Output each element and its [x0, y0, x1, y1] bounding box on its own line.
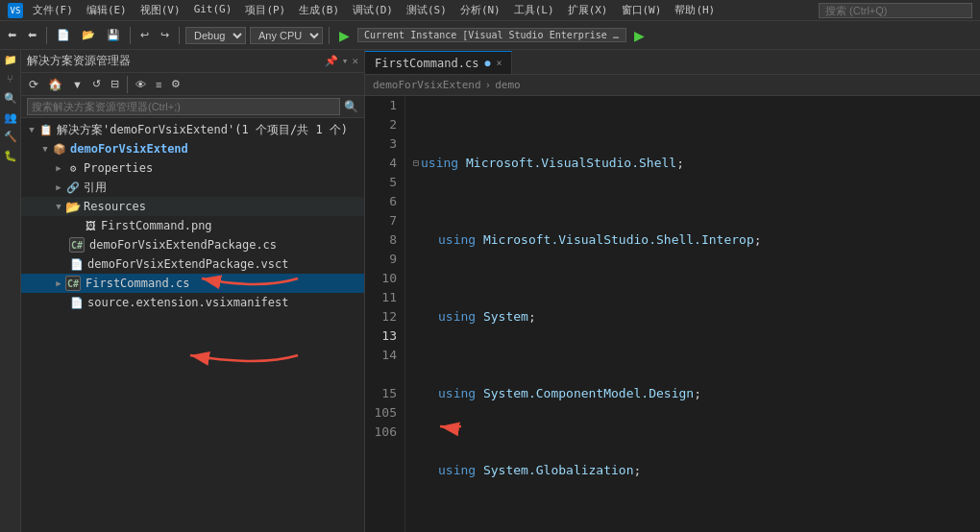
editor-breadcrumb: demoForVsixExtend › demo — [365, 75, 980, 96]
resources-node[interactable]: ▼ 📂 Resources — [21, 197, 364, 216]
line-numbers: 1 2 3 4 5 6 7 8 9 10 11 12 13 14 · 15 10… — [365, 96, 405, 532]
build-icon[interactable]: 🔨 — [2, 131, 19, 148]
references-arrow: ▶ — [52, 182, 65, 192]
properties-icon: ⚙ — [65, 160, 81, 176]
line-num-7: 7 — [369, 211, 397, 230]
menu-window[interactable]: 窗口(W) — [616, 1, 668, 19]
line-num-6: 6 — [369, 192, 397, 211]
tab-icon: ● — [484, 58, 490, 68]
project-arrow: ▼ — [38, 144, 52, 154]
line-num-8: 8 — [369, 230, 397, 250]
solution-root-node[interactable]: ▼ 📋 解决方案'demoForVsixExtend'(1 个项目/共 1 个) — [21, 120, 364, 139]
line-num-12: 12 — [369, 307, 397, 326]
menu-debug[interactable]: 调试(D) — [347, 1, 399, 19]
run-btn[interactable]: ▶ — [335, 26, 354, 45]
tab-firstcommand-label: FirstCommand.cs — [375, 57, 478, 70]
menu-project[interactable]: 项目(P) — [239, 1, 291, 19]
se-close-icon[interactable]: ✕ — [352, 55, 358, 67]
menu-help[interactable]: 帮助(H) — [669, 1, 721, 19]
properties-btn[interactable]: ≡ — [152, 77, 165, 92]
refresh-btn[interactable]: ↺ — [88, 76, 105, 92]
menu-edit[interactable]: 编辑(E) — [81, 1, 133, 19]
divider4 — [329, 27, 330, 44]
line-num-2: 2 — [369, 115, 397, 134]
se-header: 解决方案资源管理器 📌 ▾ ✕ — [21, 50, 364, 73]
fold-1[interactable]: ⊟ — [413, 154, 419, 173]
debug-config-select[interactable]: Debug — [185, 27, 246, 44]
demovsx-vsct-label: demoForVsixExtendPackage.vsct — [87, 257, 289, 271]
save-btn[interactable]: 💾 — [103, 27, 124, 43]
line-num-106: 106 — [369, 423, 397, 442]
se-search-area: 🔍 — [21, 96, 364, 118]
line-num-10: 10 — [369, 269, 397, 288]
tab-close-btn[interactable]: × — [496, 58, 502, 68]
firstcommand-arrow: ▶ — [52, 278, 65, 288]
settings-btn[interactable]: ⚙ — [167, 76, 184, 92]
collapse-btn[interactable]: ⊟ — [107, 76, 123, 92]
title-bar: VS 文件(F) 编辑(E) 视图(V) Git(G) 项目(P) 生成(B) … — [0, 0, 980, 21]
divider1 — [46, 27, 47, 44]
menu-file[interactable]: 文件(F) — [27, 1, 79, 19]
side-icons: 📁 ⑂ 🔍 👥 🔨 🐛 — [0, 50, 21, 532]
line-num-11: 11 — [369, 288, 397, 307]
open-btn[interactable]: 📂 — [78, 27, 99, 43]
line-num-14: 14 — [369, 346, 397, 365]
resources-arrow: ▼ — [52, 202, 65, 211]
references-node[interactable]: ▶ 🔗 引用 — [21, 178, 364, 197]
git-icon[interactable]: ⑂ — [2, 73, 19, 90]
menu-tools[interactable]: 工具(L) — [508, 1, 560, 19]
line-num-9: 9 — [369, 250, 397, 269]
home-btn[interactable]: 🏠 — [44, 76, 66, 93]
solution-icon: 📋 — [38, 122, 54, 137]
vsixmanifest-label: source.extension.vsixmanifest — [87, 296, 289, 309]
run-instance-btn[interactable]: ▶ — [630, 26, 649, 45]
properties-node[interactable]: ▶ ⚙ Properties — [21, 158, 364, 178]
line-num-4: 4 — [369, 154, 397, 173]
se-search-magnifier: 🔍 — [344, 100, 358, 113]
menu-test[interactable]: 测试(S) — [401, 1, 453, 19]
new-file-btn[interactable]: 📄 — [53, 27, 74, 43]
sync-btn[interactable]: ⟳ — [25, 76, 42, 93]
show-files-btn[interactable]: 👁 — [132, 77, 150, 92]
vsixmanifest-node[interactable]: 📄 source.extension.vsixmanifest — [21, 293, 364, 312]
filter-btn[interactable]: ▼ — [68, 77, 86, 92]
menu-build[interactable]: 生成(B) — [293, 1, 345, 19]
code-content[interactable]: ⊟using Microsoft.VisualStudio.Shell; usi… — [405, 96, 980, 532]
png-icon: 🖼 — [83, 218, 98, 233]
forward-btn[interactable]: ⬅ — [24, 27, 40, 43]
firstcommand-cs-node[interactable]: ▶ C# FirstCommand.cs — [21, 274, 364, 293]
pin-icon[interactable]: 📌 — [325, 55, 338, 67]
undo-btn[interactable]: ↩ — [136, 27, 153, 43]
main-area: 📁 ⑂ 🔍 👥 🔨 🐛 解决方案资源管理器 📌 ▾ ✕ ⟳ 🏠 ▼ ↺ ⊟ 👁 … — [0, 50, 980, 532]
redo-btn[interactable]: ↪ — [157, 27, 173, 43]
resources-folder-icon: 📂 — [65, 199, 81, 214]
firstcommand-png-node[interactable]: 🖼 FirstCommand.png — [21, 216, 364, 235]
vsct-icon: 📄 — [69, 256, 85, 272]
project-icon: 📦 — [52, 141, 67, 157]
menu-extensions[interactable]: 扩展(X) — [562, 1, 614, 19]
global-search-input[interactable] — [819, 3, 972, 18]
search-icon[interactable]: 🔍 — [2, 92, 19, 109]
solution-label: 解决方案'demoForVsixExtend'(1 个项目/共 1 个) — [57, 122, 348, 138]
cpu-select[interactable]: Any CPU — [250, 27, 323, 44]
code-area[interactable]: 1 2 3 4 5 6 7 8 9 10 11 12 13 14 · 15 10… — [365, 96, 980, 532]
csharp-firstcmd-icon: C# — [65, 276, 81, 291]
se-search-input[interactable] — [27, 98, 340, 115]
solution-explorer-icon[interactable]: 📁 — [2, 54, 19, 71]
app-icon: VS — [8, 3, 23, 18]
project-node[interactable]: ▼ 📦 demoForVsixExtend — [21, 139, 364, 158]
back-btn[interactable]: ⬅ — [4, 27, 20, 43]
menu-view[interactable]: 视图(V) — [135, 1, 186, 19]
demovsx-vsct-node[interactable]: 📄 demoForVsixExtendPackage.vsct — [21, 254, 364, 274]
se-arrow-icon[interactable]: ▾ — [342, 55, 349, 67]
tab-firstcommand[interactable]: FirstCommand.cs ● × — [365, 51, 512, 74]
demovsx-package-node[interactable]: C# demoForVsixExtendPackage.cs — [21, 235, 364, 254]
menu-analyze[interactable]: 分析(N) — [454, 1, 506, 19]
divider3 — [179, 27, 180, 44]
menu-bar: 文件(F) 编辑(E) 视图(V) Git(G) 项目(P) 生成(B) 调试(… — [27, 1, 721, 19]
breadcrumb-item1: demoForVsixExtend — [373, 79, 481, 91]
team-icon[interactable]: 👥 — [2, 111, 19, 129]
se-title: 解决方案资源管理器 — [27, 53, 131, 69]
debug-icon[interactable]: 🐛 — [2, 150, 19, 167]
menu-git[interactable]: Git(G) — [188, 1, 238, 19]
